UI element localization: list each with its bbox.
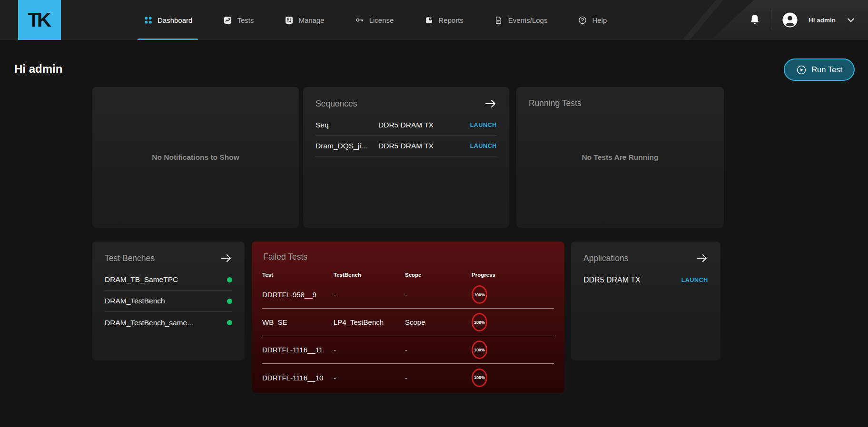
run-test-button[interactable]: Run Test — [784, 58, 855, 81]
progress-ring: 100% — [472, 285, 487, 304]
running-tests-card: Running Tests No Tests Are Running — [516, 87, 724, 228]
failed-test-bench: - — [334, 374, 405, 382]
sequence-application: DDR5 DRAM TX — [378, 142, 470, 150]
nav-label: Tests — [237, 16, 254, 24]
sequences-arrow-icon[interactable] — [484, 98, 497, 109]
username-label: Hi admin — [809, 17, 836, 24]
column-header-scope: Scope — [405, 272, 472, 278]
nav-tab-dashboard[interactable]: Dashboard — [141, 0, 194, 40]
progress-ring: 100% — [472, 340, 487, 359]
test-bench-list: DRAM_TB_SameTPC DRAM_TestBench DRAM_Test… — [92, 267, 245, 333]
failed-test-name: DDRTFL-1116__10 — [262, 374, 334, 382]
nav-label: Manage — [298, 16, 324, 24]
test-bench-name: DRAM_TB_SameTPC — [105, 275, 178, 284]
applications-card-title: Applications — [583, 253, 628, 263]
tektronix-logo[interactable]: TK — [18, 0, 61, 40]
chevron-down-icon[interactable] — [846, 15, 856, 25]
status-dot-connected — [227, 320, 232, 325]
launch-button[interactable]: LAUNCH — [681, 277, 708, 283]
test-bench-row: DRAM_TB_SameTPC — [105, 269, 232, 291]
run-test-label: Run Test — [811, 65, 842, 74]
sequences-list: Seq DDR5 DRAM TX LAUNCH Dram_DQS_ji... D… — [303, 113, 509, 156]
sequences-card: Sequences Seq DDR5 DRAM TX LAUNCH Dram_D… — [303, 87, 509, 228]
applications-list: DDR5 DRAM TX LAUNCH — [571, 267, 720, 291]
failed-tests-card: Failed Tests Test TestBench Scope Progre… — [252, 242, 564, 393]
column-header-progress: Progress — [472, 272, 554, 278]
failed-test-row: DDRTFL-1116__10 - - 100% — [262, 364, 554, 391]
failed-test-scope: Scope — [405, 318, 472, 326]
document-icon — [494, 15, 503, 25]
report-clock-icon — [424, 15, 434, 25]
column-header-test: Test — [262, 272, 334, 278]
trend-icon — [223, 15, 232, 25]
launch-button[interactable]: LAUNCH — [470, 143, 497, 149]
test-benches-arrow-icon[interactable] — [220, 253, 232, 263]
failed-test-bench: - — [334, 346, 405, 354]
app-screen: TK Dashboard — [0, 0, 868, 427]
nav-label: Events/Logs — [508, 16, 548, 24]
test-bench-name: DRAM_TestBench — [105, 297, 165, 305]
nav-label: Dashboard — [158, 16, 192, 24]
key-icon — [355, 15, 365, 25]
test-bench-name: DRAM_TestBench_same... — [105, 319, 193, 327]
sequences-card-title: Sequences — [316, 99, 357, 109]
sequence-application: DDR5 DRAM TX — [378, 121, 470, 129]
test-benches-card: Test Benches DRAM_TB_SameTPC DRAM_TestBe… — [92, 242, 245, 360]
notifications-empty-text: No Notifications to Show — [92, 153, 299, 162]
nav-tab-license[interactable]: License — [353, 0, 396, 40]
failed-test-name: DDRTFL-1116__11 — [262, 346, 334, 354]
nav-tab-events-logs[interactable]: Events/Logs — [492, 0, 550, 40]
play-circle-icon — [796, 65, 807, 75]
failed-test-name: WB_SE — [262, 318, 334, 326]
failed-test-scope: - — [405, 346, 472, 354]
failed-test-row: WB_SE LP4_TestBench Scope 100% — [262, 309, 554, 336]
nav-tab-reports[interactable]: Reports — [422, 0, 465, 40]
failed-test-name: DDRTFL-958__9 — [262, 291, 334, 299]
navbar-divider — [771, 10, 771, 30]
status-dot-connected — [227, 299, 232, 304]
grid-icon — [143, 15, 153, 25]
failed-tests-header-row: Test TestBench Scope Progress — [262, 269, 554, 281]
nav-tab-help[interactable]: Help — [576, 0, 609, 40]
failed-test-bench: - — [334, 291, 405, 299]
test-bench-row: DRAM_TestBench — [105, 291, 232, 312]
running-tests-card-title: Running Tests — [529, 98, 582, 108]
status-dot-connected — [227, 277, 232, 282]
nav-label: License — [369, 16, 394, 24]
failed-test-row: DDRTFL-1116__11 - - 100% — [262, 336, 554, 364]
notifications-card: No Notifications to Show — [92, 87, 299, 228]
column-header-testbench: TestBench — [334, 272, 405, 278]
failed-test-scope: - — [405, 374, 472, 382]
progress-ring: 100% — [472, 369, 487, 387]
application-row: DDR5 DRAM TX LAUNCH — [583, 269, 708, 291]
running-tests-empty-text: No Tests Are Running — [516, 153, 724, 162]
failed-test-bench: LP4_TestBench — [334, 318, 405, 326]
applications-arrow-icon[interactable] — [696, 253, 708, 263]
application-name: DDR5 DRAM TX — [583, 276, 641, 284]
sequence-row: Seq DDR5 DRAM TX LAUNCH — [316, 115, 497, 136]
sliders-icon — [284, 15, 294, 25]
failed-test-scope: - — [405, 291, 472, 299]
sequence-name: Seq — [316, 121, 378, 129]
sequence-row: Dram_DQS_ji... DDR5 DRAM TX LAUNCH — [316, 136, 497, 156]
sequence-name: Dram_DQS_ji... — [316, 142, 378, 150]
main-navigation: Dashboard Tests — [141, 0, 609, 40]
notifications-bell-icon[interactable] — [749, 14, 760, 26]
test-bench-row: DRAM_TestBench_same... — [105, 312, 232, 333]
test-benches-card-title: Test Benches — [105, 253, 155, 263]
user-avatar[interactable] — [782, 12, 798, 28]
failed-test-row: DDRTFL-958__9 - - 100% — [262, 281, 554, 309]
launch-button[interactable]: LAUNCH — [470, 122, 497, 128]
nav-tab-tests[interactable]: Tests — [221, 0, 256, 40]
nav-tab-manage[interactable]: Manage — [282, 0, 326, 40]
progress-ring: 100% — [472, 313, 487, 331]
failed-tests-card-title: Failed Tests — [263, 252, 307, 262]
active-tab-indicator — [138, 39, 198, 40]
page-title: Hi admin — [14, 62, 62, 76]
top-navbar: TK Dashboard — [0, 0, 868, 40]
applications-card: Applications DDR5 DRAM TX LAUNCH — [571, 242, 720, 360]
navbar-right-cluster: Hi admin — [749, 0, 856, 40]
help-icon — [578, 15, 587, 25]
nav-label: Help — [592, 16, 607, 24]
nav-label: Reports — [438, 16, 464, 24]
